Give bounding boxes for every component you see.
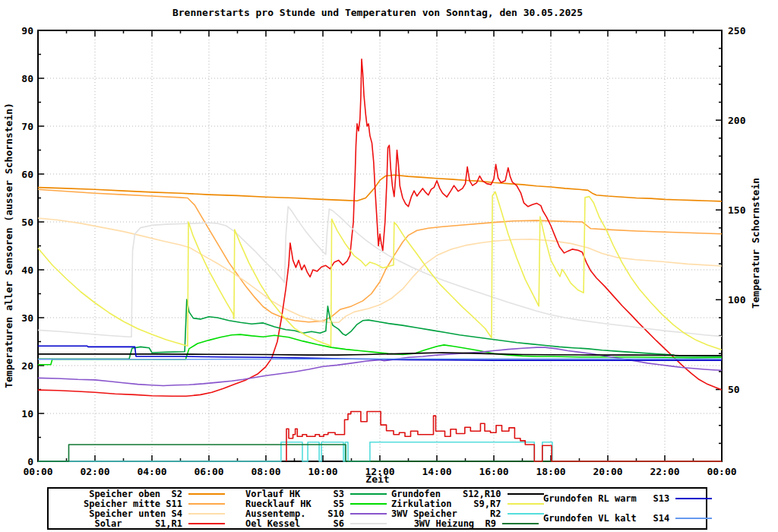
x-axis-label: Zeit <box>365 473 389 485</box>
legend-item: Grundofen S12,R10 <box>391 489 543 499</box>
series-line-s6 <box>38 207 722 337</box>
left-axis-tick-label: 40 <box>21 264 33 276</box>
legend-item: Speicher mitte S11 <box>49 499 229 508</box>
legend-item-label: Speicher mitte S11 <box>49 499 182 509</box>
right-axis-tick-label: 150 <box>728 204 746 216</box>
plot-border <box>38 30 722 461</box>
legend-item: Solar S1,R1 <box>49 518 229 528</box>
series-line-s2 <box>38 175 722 201</box>
legend-item-label: Ruecklauf HK S5 <box>229 499 344 509</box>
x-axis-tick-label: 08:00 <box>251 466 280 477</box>
x-axis-tick-label: 14:00 <box>422 466 451 477</box>
legend-item-line-sample <box>188 503 225 505</box>
legend-item-line-sample <box>508 513 544 515</box>
legend-item: 3WV Speicher R2 <box>391 508 543 518</box>
series-line-s14 <box>38 359 722 359</box>
x-axis-tick-label: 04:00 <box>137 466 166 477</box>
legend-item-label: Vorlauf HK S3 <box>229 489 344 499</box>
legend-box: Speicher oben S2Speicher mitte S11Speich… <box>47 487 707 530</box>
x-axis-tick-label: 06:00 <box>194 466 223 477</box>
legend-item-label: Grundofen RL warm S13 <box>543 493 669 504</box>
legend-item-line-sample <box>350 493 387 495</box>
legend-column: Grundofen RL warm S13Grundofen VL kalt S… <box>543 489 706 528</box>
legend-item-line-sample <box>508 493 544 495</box>
x-axis-tick-label: 20:00 <box>593 466 622 477</box>
legend-item-line-sample <box>508 503 544 505</box>
legend-item: Oel Kessel S6 <box>229 518 391 528</box>
left-axis-tick-label: 80 <box>21 73 33 84</box>
burner-temperature-chart: 01020304050607080905010015020025000:0002… <box>0 0 778 532</box>
x-axis-tick-label: 18:00 <box>536 466 565 477</box>
legend-item-label: Aussentemp. S10 <box>229 508 344 519</box>
x-axis-tick-label: 00:00 <box>23 466 52 477</box>
plot-canvas: 01020304050607080905010015020025000:0002… <box>0 0 778 532</box>
x-axis-tick-label: 10:00 <box>308 466 337 477</box>
legend-item-line-sample <box>188 513 225 515</box>
legend-item: Ruecklauf HK S5 <box>229 499 391 508</box>
right-axis-tick-label: 50 <box>728 384 740 395</box>
x-axis-tick-label: 02:00 <box>80 466 109 477</box>
legend-item: Grundofen VL kalt S14 <box>543 514 706 524</box>
legend-item-line-sample <box>502 523 539 524</box>
left-axis-tick-label: 30 <box>21 312 33 324</box>
legend-item-label: Oel Kessel S6 <box>229 518 344 529</box>
legend-item-label: Grundofen S12,R10 <box>391 489 501 499</box>
legend-column: Vorlauf HK S3Ruecklauf HK S5Aussentemp. … <box>229 489 391 528</box>
legend-item: 3WV Heizung R9 <box>391 518 543 528</box>
legend-item-label: 3WV Heizung R9 <box>391 518 496 529</box>
legend-item-label: Speicher oben S2 <box>49 489 182 499</box>
legend-item: Zirkulation S9,R7 <box>391 499 543 508</box>
legend-item-line-sample <box>350 513 387 515</box>
right-axis-tick-label: 250 <box>728 25 746 36</box>
legend-column: Grundofen S12,R10Zirkulation S9,R73WV Sp… <box>391 489 543 528</box>
legend-item-label: 3WV Speicher R2 <box>391 508 501 519</box>
left-axis-tick-label: 70 <box>21 121 33 132</box>
legend-item: Speicher unten S4 <box>49 508 229 518</box>
legend-item-line-sample <box>350 523 387 524</box>
legend-item: Aussentemp. S10 <box>229 508 391 518</box>
legend-item-label: Grundofen VL kalt S14 <box>543 513 669 524</box>
x-axis-tick-label: 16:00 <box>479 466 508 477</box>
legend-item-line-sample <box>675 498 712 499</box>
legend-item-label: Speicher unten S4 <box>49 508 182 519</box>
legend-item: Grundofen RL warm S13 <box>543 494 706 504</box>
right-axis-tick-label: 100 <box>728 294 746 306</box>
left-axis-tick-label: 10 <box>21 408 33 420</box>
legend-item-label: Solar S1,R1 <box>49 518 182 529</box>
right-axis-tick-label: 200 <box>728 115 746 126</box>
legend-item-label: Zirkulation S9,R7 <box>391 499 501 509</box>
left-axis-tick-label: 50 <box>21 217 33 228</box>
legend-item: Vorlauf HK S3 <box>229 489 391 499</box>
y-axis-label-right: Temperatur Schornstein <box>750 178 761 309</box>
series-line-brennerstarts <box>286 412 722 462</box>
legend-column: Speicher oben S2Speicher mitte S11Speich… <box>49 489 229 528</box>
y-axis-label-left: Temperaturen aller Sensoren (ausser Scho… <box>3 103 14 388</box>
legend-item-line-sample <box>675 518 712 519</box>
legend-item-line-sample <box>350 503 387 505</box>
left-axis-tick-label: 90 <box>21 25 33 36</box>
x-axis-tick-label: 00:00 <box>707 466 736 477</box>
legend-item-line-sample <box>188 523 225 524</box>
left-axis-tick-label: 60 <box>21 169 33 180</box>
chart-title: Brennerstarts pro Stunde und Temperature… <box>172 7 583 18</box>
legend-item: Speicher oben S2 <box>49 489 229 499</box>
left-axis-tick-label: 20 <box>21 360 33 372</box>
legend-item-line-sample <box>188 493 225 495</box>
x-axis-tick-label: 22:00 <box>650 466 679 477</box>
